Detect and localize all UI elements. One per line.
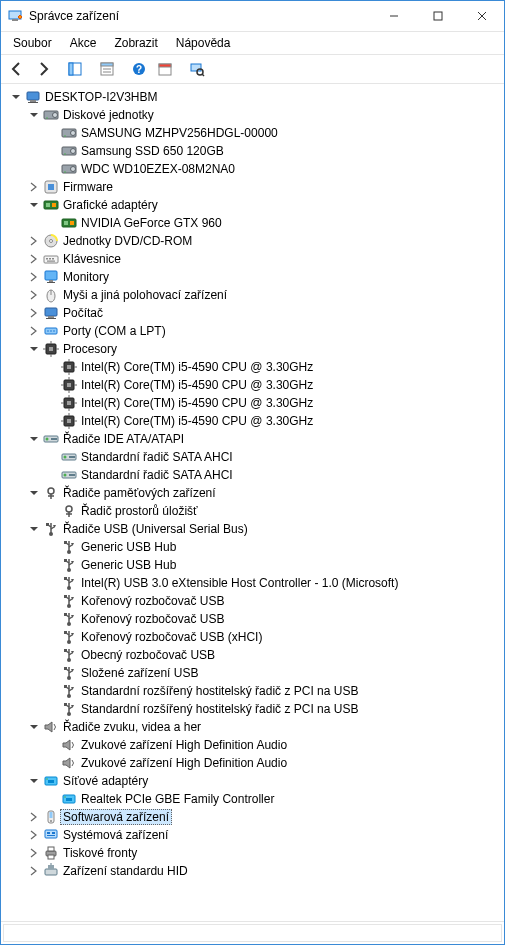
tree-row[interactable]: DESKTOP-I2V3HBM xyxy=(1,88,504,106)
collapse-icon[interactable] xyxy=(27,522,41,536)
tree-item-label: Generic USB Hub xyxy=(81,540,176,554)
tree-row[interactable]: Realtek PCIe GBE Family Controller xyxy=(1,790,504,808)
collapse-icon[interactable] xyxy=(27,108,41,122)
tree-spacer xyxy=(45,396,59,410)
expand-icon[interactable] xyxy=(27,846,41,860)
menu-actions[interactable]: Akce xyxy=(62,34,105,52)
network-icon xyxy=(43,773,59,789)
audio-icon xyxy=(43,719,59,735)
tree-row[interactable]: Řadiče IDE ATA/ATAPI xyxy=(1,430,504,448)
tree-row[interactable]: Procesory xyxy=(1,340,504,358)
tree-row[interactable]: Řadiče USB (Universal Serial Bus) xyxy=(1,520,504,538)
tree-row[interactable]: Tiskové fronty xyxy=(1,844,504,862)
tree-item-label: Síťové adaptéry xyxy=(63,774,148,788)
menu-file[interactable]: Soubor xyxy=(5,34,60,52)
tree-row[interactable]: Firmware xyxy=(1,178,504,196)
expand-icon[interactable] xyxy=(27,270,41,284)
tree-row[interactable]: Diskové jednotky xyxy=(1,106,504,124)
tree-row[interactable]: Intel(R) Core(TM) i5-4590 CPU @ 3.30GHz xyxy=(1,412,504,430)
expand-icon[interactable] xyxy=(27,810,41,824)
tree-item-label: Standardní řadič SATA AHCI xyxy=(81,468,233,482)
tree-row[interactable]: Samsung SSD 650 120GB xyxy=(1,142,504,160)
tree-row[interactable]: Složené zařízení USB xyxy=(1,664,504,682)
tree-row[interactable]: Počítač xyxy=(1,304,504,322)
expand-icon[interactable] xyxy=(27,864,41,878)
tree-row[interactable]: Kořenový rozbočovač USB xyxy=(1,610,504,628)
tree-row[interactable]: Zvukové zařízení High Definition Audio xyxy=(1,736,504,754)
tree-item-label: NVIDIA GeForce GTX 960 xyxy=(81,216,222,230)
device-tree[interactable]: DESKTOP-I2V3HBMDiskové jednotkySAMSUNG M… xyxy=(1,84,504,921)
toolbar-help-button[interactable] xyxy=(127,57,151,81)
tree-row[interactable]: Standardní řadič SATA AHCI xyxy=(1,448,504,466)
tree-row[interactable]: Monitory xyxy=(1,268,504,286)
tree-spacer xyxy=(45,666,59,680)
collapse-icon[interactable] xyxy=(27,486,41,500)
tree-row[interactable]: SAMSUNG MZHPV256HDGL-00000 xyxy=(1,124,504,142)
tree-row[interactable]: Generic USB Hub xyxy=(1,538,504,556)
toolbar-properties-button[interactable] xyxy=(95,57,119,81)
tree-row[interactable]: WDC WD10EZEX-08M2NA0 xyxy=(1,160,504,178)
expand-icon[interactable] xyxy=(27,234,41,248)
tree-row[interactable]: Klávesnice xyxy=(1,250,504,268)
toolbar-scan-button[interactable] xyxy=(185,57,209,81)
tree-row[interactable]: Síťové adaptéry xyxy=(1,772,504,790)
tree-spacer xyxy=(45,468,59,482)
toolbar-action-button[interactable] xyxy=(153,57,177,81)
collapse-icon[interactable] xyxy=(27,720,41,734)
tree-item-label: Zařízení standardu HID xyxy=(63,864,188,878)
tree-row[interactable]: Kořenový rozbočovač USB (xHCI) xyxy=(1,628,504,646)
usb-icon xyxy=(61,611,77,627)
menubar: Soubor Akce Zobrazit Nápověda xyxy=(1,32,504,55)
menu-view[interactable]: Zobrazit xyxy=(106,34,165,52)
tree-row[interactable]: Standardní rozšířený hostitelský řadič z… xyxy=(1,700,504,718)
menu-help[interactable]: Nápověda xyxy=(168,34,239,52)
toolbar-panel-button[interactable] xyxy=(63,57,87,81)
tree-row[interactable]: Systémová zařízení xyxy=(1,826,504,844)
tree-row[interactable]: Řadiče paměťových zařízení xyxy=(1,484,504,502)
statusbar xyxy=(1,921,504,944)
toolbar-back-button[interactable] xyxy=(5,57,29,81)
tree-row[interactable]: Grafické adaptéry xyxy=(1,196,504,214)
tree-row[interactable]: Standardní řadič SATA AHCI xyxy=(1,466,504,484)
cpu-icon xyxy=(61,413,77,429)
tree-row[interactable]: Řadič prostorů úložišť xyxy=(1,502,504,520)
toolbar-forward-button[interactable] xyxy=(31,57,55,81)
expand-icon[interactable] xyxy=(27,306,41,320)
collapse-icon[interactable] xyxy=(27,198,41,212)
minimize-button[interactable] xyxy=(372,2,416,30)
collapse-icon[interactable] xyxy=(27,342,41,356)
tree-row[interactable]: Jednotky DVD/CD-ROM xyxy=(1,232,504,250)
tree-row[interactable]: Kořenový rozbočovač USB xyxy=(1,592,504,610)
expand-icon[interactable] xyxy=(27,288,41,302)
tree-spacer xyxy=(45,648,59,662)
tree-row[interactable]: Myši a jiná polohovací zařízení xyxy=(1,286,504,304)
expand-icon[interactable] xyxy=(27,828,41,842)
tree-row[interactable]: Zařízení standardu HID xyxy=(1,862,504,880)
toolbar xyxy=(1,55,504,84)
tree-row[interactable]: Zvukové zařízení High Definition Audio xyxy=(1,754,504,772)
tree-row[interactable]: NVIDIA GeForce GTX 960 xyxy=(1,214,504,232)
expand-icon[interactable] xyxy=(27,252,41,266)
tree-row[interactable]: Intel(R) Core(TM) i5-4590 CPU @ 3.30GHz xyxy=(1,394,504,412)
tree-row[interactable]: Intel(R) Core(TM) i5-4590 CPU @ 3.30GHz xyxy=(1,358,504,376)
maximize-button[interactable] xyxy=(416,2,460,30)
tree-row[interactable]: Porty (COM a LPT) xyxy=(1,322,504,340)
tree-spacer xyxy=(45,540,59,554)
tree-row[interactable]: Softwarová zařízení xyxy=(1,808,504,826)
tree-row[interactable]: Generic USB Hub xyxy=(1,556,504,574)
tree-row[interactable]: Intel(R) USB 3.0 eXtensible Host Control… xyxy=(1,574,504,592)
window-title: Správce zařízení xyxy=(29,9,372,23)
close-button[interactable] xyxy=(460,2,504,30)
expand-icon[interactable] xyxy=(27,180,41,194)
expand-icon[interactable] xyxy=(27,324,41,338)
tree-row[interactable]: Řadiče zvuku, videa a her xyxy=(1,718,504,736)
tree-row[interactable]: Obecný rozbočovač USB xyxy=(1,646,504,664)
tree-row[interactable]: Intel(R) Core(TM) i5-4590 CPU @ 3.30GHz xyxy=(1,376,504,394)
collapse-icon[interactable] xyxy=(27,432,41,446)
collapse-icon[interactable] xyxy=(9,90,23,104)
tree-row[interactable]: Standardní rozšířený hostitelský řadič z… xyxy=(1,682,504,700)
collapse-icon[interactable] xyxy=(27,774,41,788)
usb-icon xyxy=(61,593,77,609)
tree-spacer xyxy=(45,702,59,716)
tree-item-label: Softwarová zařízení xyxy=(60,809,172,825)
